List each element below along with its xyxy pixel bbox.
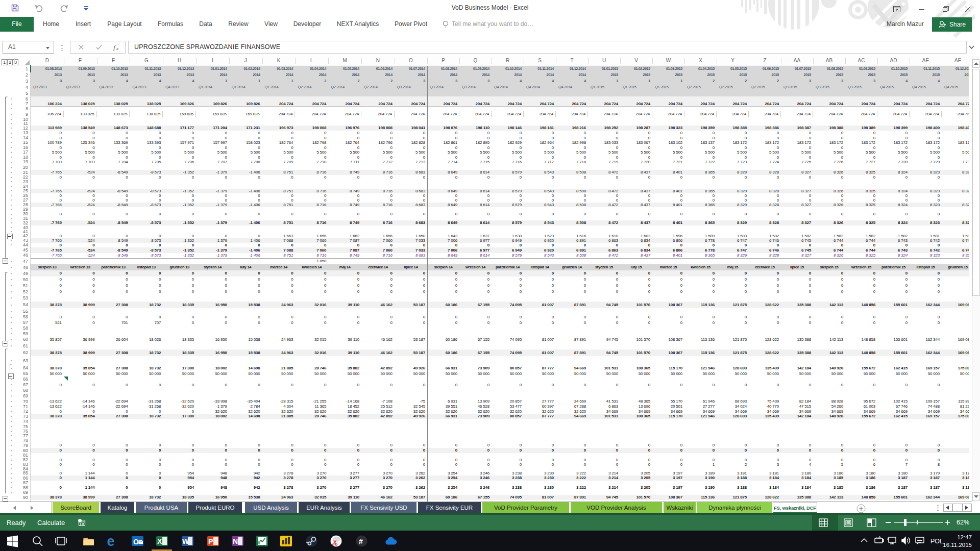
svg-text:P: P <box>208 537 213 545</box>
svg-text:#: # <box>359 537 363 545</box>
svg-text:N: N <box>233 537 238 545</box>
svg-text:W: W <box>182 537 189 545</box>
svg-text:e: e <box>107 535 115 547</box>
svg-text:O: O <box>133 538 139 546</box>
svg-text:x: x <box>116 46 118 51</box>
svg-text:X: X <box>157 537 162 545</box>
